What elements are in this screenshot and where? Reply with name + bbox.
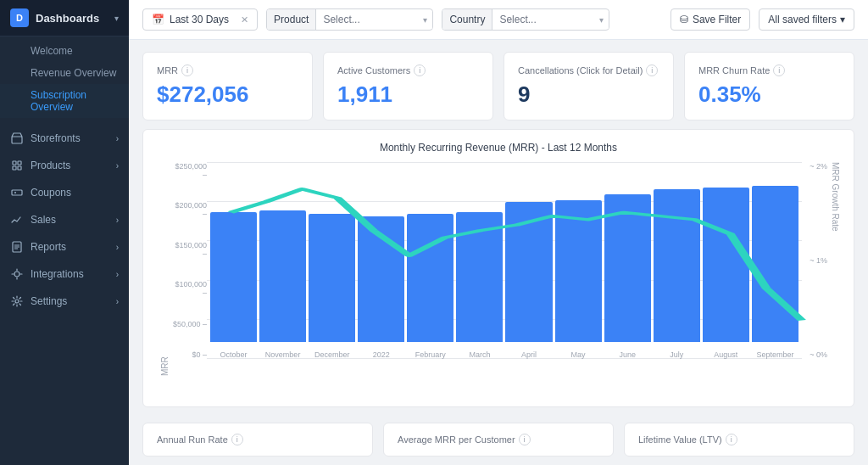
y-tick: $250,000 – <box>170 162 207 179</box>
x-label: May <box>555 342 602 359</box>
sidebar-item-reports[interactable]: Reports › <box>0 233 129 261</box>
country-dropdown-label: Country <box>442 9 492 30</box>
sidebar-item-products[interactable]: Products › <box>0 152 129 179</box>
kpi-churn-rate-value: 0.35% <box>698 81 840 108</box>
sidebar-item-integrations[interactable]: Integrations › <box>0 261 129 288</box>
kpi-churn-info[interactable]: i <box>773 64 785 76</box>
sidebar-main-items: Storefronts › Products › Coupons Sales › <box>0 121 129 318</box>
sidebar-item-welcome[interactable]: Welcome <box>0 40 129 62</box>
reports-label: Reports <box>31 241 66 253</box>
x-label: November <box>259 342 306 359</box>
svg-rect-5 <box>12 190 22 195</box>
all-saved-filters-button[interactable]: All saved filters ▾ <box>759 8 854 31</box>
sidebar-item-subscription-overview[interactable]: Subscription Overview <box>0 84 129 118</box>
kpi-mrr: MRR i $272,056 <box>142 52 313 120</box>
svg-rect-1 <box>13 161 16 165</box>
bars-grid-area: OctoberNovemberDecember2022FebruaryMarch… <box>207 162 802 359</box>
coupons-icon <box>10 186 24 199</box>
sidebar-logo-text: Dashboards <box>36 12 99 25</box>
product-select[interactable]: Select... <box>316 9 418 30</box>
x-label: August <box>703 342 749 359</box>
bar[interactable] <box>456 212 503 342</box>
y-tick: $150,000 – <box>170 241 207 258</box>
svg-rect-2 <box>18 161 21 165</box>
sidebar-item-sales[interactable]: Sales › <box>0 206 129 233</box>
storefronts-label: Storefronts <box>31 132 81 144</box>
kpi-mrr-value: $272,056 <box>157 81 298 108</box>
chevron-down-icon: ▾ <box>418 11 432 29</box>
kpi-active-customers-label: Active Customers i <box>337 64 479 76</box>
settings-icon <box>10 294 24 308</box>
y-tick: $0 – <box>170 350 207 359</box>
bottom-card-avg-mrr: Average MRR per Customer i <box>383 423 614 457</box>
arr-info[interactable]: i <box>231 434 243 445</box>
y-tick: $200,000 – <box>170 201 207 218</box>
chevron-right-icon: › <box>116 216 119 225</box>
close-icon[interactable]: ✕ <box>241 14 248 25</box>
chevron-down-icon: ▾ <box>840 14 845 25</box>
chevron-right-icon: › <box>116 134 119 143</box>
bottom-card-arr: Annual Run Rate i <box>142 423 373 457</box>
sales-label: Sales <box>31 214 56 226</box>
bar[interactable] <box>604 194 651 342</box>
bar[interactable] <box>358 216 404 342</box>
product-dropdown-label: Product <box>267 9 316 30</box>
save-filter-button[interactable]: ⛁ Save Filter <box>670 8 750 31</box>
chevron-down-icon: ▾ <box>114 14 119 23</box>
kpi-active-info[interactable]: i <box>414 64 426 76</box>
x-label: September <box>752 342 798 359</box>
sidebar-logo[interactable]: D Dashboards ▾ <box>0 0 129 36</box>
products-icon <box>10 159 24 172</box>
chevron-right-icon: › <box>116 270 119 279</box>
kpi-cancellations-label: Cancellations (Click for Detail) i <box>518 64 659 76</box>
bar[interactable] <box>407 214 453 342</box>
svg-rect-3 <box>13 166 16 170</box>
country-dropdown-group: Country Select... ▾ <box>442 8 609 31</box>
x-label: 2022 <box>358 342 404 359</box>
bar[interactable] <box>309 214 355 342</box>
country-select[interactable]: Select... <box>492 9 594 30</box>
right-y-tick: ~ 2% <box>802 162 827 171</box>
integrations-label: Integrations <box>31 268 84 280</box>
right-y-ticks: ~ 0% ~ 1% ~ 2% <box>802 162 827 359</box>
bar[interactable] <box>505 202 552 342</box>
bottom-card-ltv: Lifetime Value (LTV) i <box>624 423 854 457</box>
right-y-tick: ~ 1% <box>802 256 827 265</box>
dashboard-icon: D <box>10 8 29 27</box>
right-axis-label: MRR Growth Rate <box>827 162 840 376</box>
ltv-info[interactable]: i <box>726 434 737 445</box>
avg-mrr-info[interactable]: i <box>519 434 531 445</box>
top-bar: 📅 Last 30 Days ✕ Product Select... ▾ Cou… <box>129 0 868 40</box>
y-tick: $50,000 – <box>170 320 207 328</box>
x-label: October <box>210 342 257 359</box>
kpi-cancellations-value: 9 <box>518 81 659 108</box>
storefronts-icon <box>10 132 24 145</box>
bar[interactable] <box>555 200 602 342</box>
y-axis-label: MRR <box>157 162 170 376</box>
kpi-active-customers: Active Customers i 1,911 <box>323 52 493 120</box>
kpi-cancellations[interactable]: Cancellations (Click for Detail) i 9 <box>504 52 674 120</box>
y-tick: $100,000 – <box>170 280 207 297</box>
sidebar-item-revenue-overview[interactable]: Revenue Overview <box>0 62 129 84</box>
x-label: March <box>456 342 503 359</box>
calendar-icon: 📅 <box>152 14 164 25</box>
bar[interactable] <box>703 188 749 342</box>
kpi-churn-rate-label: MRR Churn Rate i <box>698 64 840 76</box>
bar[interactable] <box>210 212 257 342</box>
sidebar-item-storefronts[interactable]: Storefronts › <box>0 125 129 152</box>
x-label: December <box>309 342 355 359</box>
products-label: Products <box>31 160 70 171</box>
kpi-active-customers-value: 1,911 <box>337 81 479 108</box>
right-y-tick: ~ 0% <box>802 350 827 359</box>
sidebar-item-coupons[interactable]: Coupons <box>0 179 129 206</box>
coupons-label: Coupons <box>31 187 71 199</box>
date-filter-button[interactable]: 📅 Last 30 Days ✕ <box>142 8 258 31</box>
kpi-cancel-info[interactable]: i <box>646 64 658 76</box>
bar[interactable] <box>654 189 700 342</box>
kpi-mrr-info[interactable]: i <box>181 64 193 76</box>
sidebar-item-settings[interactable]: Settings › <box>0 288 129 315</box>
svg-point-12 <box>15 300 19 303</box>
bar[interactable] <box>259 210 306 342</box>
bar[interactable] <box>752 186 798 342</box>
svg-rect-0 <box>12 137 22 143</box>
